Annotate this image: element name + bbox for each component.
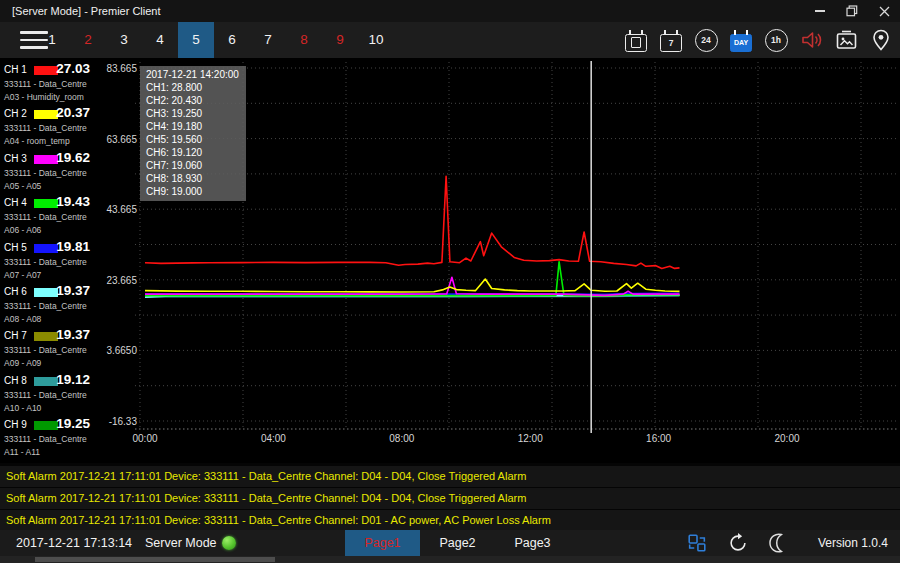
channel-point: A11 - A11	[4, 446, 99, 459]
channel-item-5[interactable]: CH 519.81333111 - Data_CentreA07 - A07	[0, 241, 95, 284]
channel-color-swatch	[34, 332, 58, 341]
x-tick-label: 12:00	[518, 433, 543, 444]
y-tick-label: -16.33	[109, 416, 138, 427]
numbered-tab-8[interactable]: 8	[286, 22, 322, 58]
channel-item-2[interactable]: CH 220.37333111 - Data_CentreA04 - room_…	[0, 107, 95, 150]
y-tick-label: 23.665	[106, 275, 137, 286]
channel-color-swatch	[34, 199, 58, 208]
statusbar-page2[interactable]: Page2	[420, 530, 495, 556]
x-tick-label: 00:00	[132, 433, 157, 444]
numbered-tab-2[interactable]: 2	[70, 22, 106, 58]
channel-row: CH 619.37	[0, 285, 95, 300]
alarm-sound-button[interactable]	[798, 27, 824, 53]
clock-1h-button[interactable]: 1h	[763, 27, 789, 53]
numbered-tab-6[interactable]: 6	[214, 22, 250, 58]
numbered-tab-1[interactable]: 1	[34, 22, 70, 58]
alarm-row-3[interactable]: Soft Alarm 2017-12-21 17:11:01 Device: 3…	[0, 510, 900, 531]
channel-value: 19.81	[56, 239, 90, 254]
channel-item-7[interactable]: CH 719.37333111 - Data_CentreA09 - A09	[0, 329, 95, 372]
channel-item-4[interactable]: CH 419.43333111 - Data_CentreA06 - A06	[0, 196, 95, 239]
channel-color-swatch	[34, 421, 58, 430]
close-button[interactable]	[868, 0, 900, 22]
version-label: Version 1.0.4	[818, 530, 888, 556]
channel-device: 333111 - Data_Centre	[4, 300, 99, 313]
channel-value: 19.62	[56, 150, 90, 165]
minimize-button[interactable]	[804, 0, 836, 22]
numbered-tab-5[interactable]: 5	[178, 22, 214, 58]
channel-color-swatch	[34, 288, 58, 297]
chart-grid	[135, 62, 898, 429]
scrollbar-thumb[interactable]	[35, 557, 275, 562]
channel-item-3[interactable]: CH 319.62333111 - Data_CentreA05 - A05	[0, 152, 95, 195]
clock-1h-icon: 1h	[765, 29, 788, 52]
tooltip-row-CH4: CH4: 19.180	[146, 120, 246, 133]
channel-item-1[interactable]: CH 127.03333111 - Data_CentreA03 - Humid…	[0, 63, 95, 106]
status-timestamp: 2017-12-21 17:13:14	[16, 530, 132, 556]
tooltip-timestamp: 2017-12-21 14:20:00	[146, 68, 246, 81]
channel-item-6[interactable]: CH 619.37333111 - Data_CentreA08 - A08	[0, 285, 95, 328]
calendar-report-button[interactable]	[623, 27, 649, 53]
channel-value: 27.03	[56, 61, 90, 76]
tooltip-row-CH6: CH6: 19.120	[146, 146, 246, 159]
alarm-row-1[interactable]: Soft Alarm 2017-12-21 17:11:01 Device: 3…	[0, 466, 900, 487]
numbered-tab-9[interactable]: 9	[322, 22, 358, 58]
channel-point: A03 - Humidity_room	[4, 91, 99, 104]
channel-point: A04 - room_temp	[4, 135, 99, 148]
location-button[interactable]	[868, 27, 894, 53]
channel-id: CH 5	[4, 242, 27, 253]
day-view-icon: DAY	[730, 34, 752, 52]
sync-icon	[727, 532, 749, 554]
channel-value: 20.37	[56, 105, 90, 120]
channel-point: A07 - A07	[4, 269, 99, 282]
toolbar-icon-group: 7 24 DAY 1h	[623, 27, 894, 53]
channel-item-9[interactable]: CH 919.25333111 - Data_CentreA11 - A11	[0, 418, 95, 461]
channel-device: 333111 - Data_Centre	[4, 211, 99, 224]
layout-switch-icon	[686, 532, 708, 554]
horizontal-scrollbar[interactable]	[0, 556, 900, 563]
tooltip-rows: CH1: 28.800CH2: 20.430CH3: 19.250CH4: 19…	[146, 81, 246, 198]
channel-point: A08 - A08	[4, 313, 99, 326]
tooltip-row-CH7: CH7: 19.060	[146, 159, 246, 172]
day-view-button[interactable]: DAY	[728, 27, 754, 53]
tooltip-row-CH3: CH3: 19.250	[146, 107, 246, 120]
statusbar-icon-group	[686, 532, 790, 554]
channel-device: 333111 - Data_Centre	[4, 256, 99, 269]
alarm-row-2[interactable]: Soft Alarm 2017-12-21 17:11:01 Device: 3…	[0, 488, 900, 509]
page-switcher: Page1Page2Page3	[345, 530, 570, 556]
calendar-week-button[interactable]: 7	[658, 27, 684, 53]
tooltip-row-CH5: CH5: 19.560	[146, 133, 246, 146]
alarm-sound-icon	[799, 28, 823, 52]
chart-tooltip: 2017-12-21 14:20:00 CH1: 28.800CH2: 20.4…	[140, 66, 246, 201]
channel-item-8[interactable]: CH 819.12333111 - Data_CentreA10 - A10	[0, 374, 95, 417]
title-bar: [Server Mode] - Premier Client	[0, 0, 900, 22]
numbered-tab-7[interactable]: 7	[250, 22, 286, 58]
channel-id: CH 1	[4, 64, 27, 75]
layout-switch-button[interactable]	[686, 532, 708, 554]
numbered-tab-10[interactable]: 10	[358, 22, 394, 58]
clock-24h-button[interactable]: 24	[693, 27, 719, 53]
channel-row: CH 519.81	[0, 241, 95, 256]
restore-button[interactable]	[836, 0, 868, 22]
channel-row: CH 719.37	[0, 329, 95, 344]
channel-id: CH 6	[4, 286, 27, 297]
channel-value: 19.43	[56, 194, 90, 209]
statusbar-page3[interactable]: Page3	[495, 530, 570, 556]
channel-point: A10 - A10	[4, 402, 99, 415]
channel-point: A05 - A05	[4, 180, 99, 193]
tooltip-row-CH9: CH9: 19.000	[146, 185, 246, 198]
channel-list: CH 127.03333111 - Data_CentreA03 - Humid…	[0, 58, 95, 463]
numbered-tab-3[interactable]: 3	[106, 22, 142, 58]
location-pin-icon	[869, 28, 893, 52]
channel-device: 333111 - Data_Centre	[4, 122, 99, 135]
chart-area[interactable]: 83.66563.66543.66523.6653.6650-16.3300:0…	[95, 58, 900, 463]
statusbar-page1[interactable]: Page1	[345, 530, 420, 556]
channel-value: 19.25	[56, 416, 90, 431]
channel-id: CH 9	[4, 419, 27, 430]
close-icon	[879, 6, 890, 17]
snapshot-button[interactable]	[833, 27, 859, 53]
channel-value: 19.37	[56, 283, 90, 298]
numbered-tab-4[interactable]: 4	[142, 22, 178, 58]
sync-button[interactable]	[727, 532, 749, 554]
night-mode-button[interactable]	[768, 532, 790, 554]
channel-color-swatch	[34, 66, 58, 75]
